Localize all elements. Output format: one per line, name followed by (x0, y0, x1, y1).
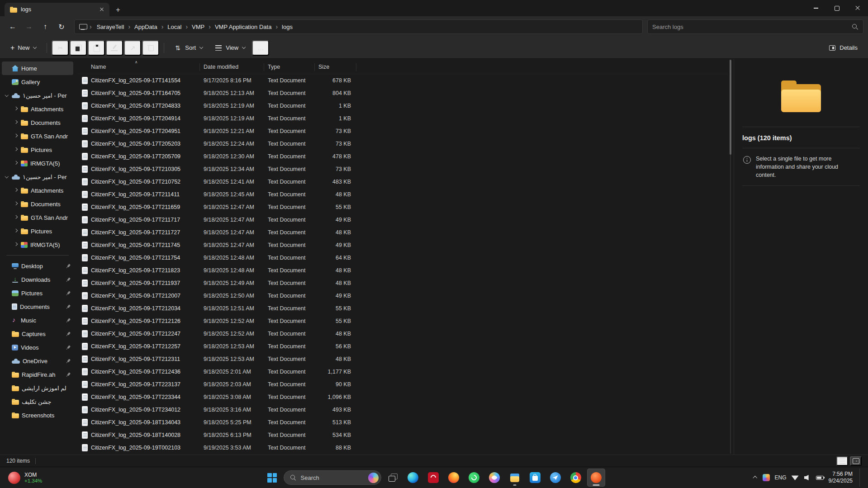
column-header-name[interactable]: Name (78, 63, 200, 71)
file-row[interactable]: CitizenFX_log_2025-09-17T211745 9/18/202… (78, 239, 728, 251)
language-indicator[interactable]: ENG (775, 474, 787, 481)
file-row[interactable]: CitizenFX_log_2025-09-17T205203 9/18/202… (78, 137, 728, 150)
sidebar-item[interactable]: RapidFire.ah (2, 368, 73, 381)
file-row[interactable]: CitizenFX_log_2025-09-17T210305 9/18/202… (78, 163, 728, 175)
cut-button[interactable]: ✂ (52, 40, 69, 56)
file-row[interactable]: CitizenFX_log_2025-09-17T211717 9/18/202… (78, 213, 728, 226)
details-view-toggle-icon[interactable] (850, 456, 862, 466)
sidebar-item[interactable]: Desktop (2, 259, 73, 273)
sidebar-item[interactable]: امیر حسین۱ - Per (2, 89, 73, 102)
rename-button[interactable] (106, 40, 123, 56)
up-button[interactable]: ↑ (37, 19, 53, 34)
view-button[interactable]: View (209, 40, 251, 56)
details-pane-toggle[interactable]: Details (823, 40, 863, 56)
taskbar-app-button[interactable] (485, 469, 503, 487)
chevron-icon[interactable] (14, 120, 18, 125)
explorer-tab[interactable]: logs (5, 3, 109, 16)
taskbar-app-button[interactable] (587, 469, 605, 487)
file-row[interactable]: CitizenFX_log_2025-09-19T002103 9/19/202… (78, 441, 728, 454)
back-button[interactable]: ← (5, 19, 21, 34)
breadcrumb-item[interactable]: AppData (131, 22, 161, 32)
breadcrumb-item[interactable]: VMP Application Data (211, 22, 275, 32)
volume-icon[interactable] (804, 475, 811, 480)
list-view-toggle-icon[interactable] (836, 456, 848, 466)
file-row[interactable]: CitizenFX_log_2025-09-18T134043 9/18/202… (78, 416, 728, 429)
sidebar-item[interactable]: Captures (2, 327, 73, 341)
breadcrumb-item[interactable]: VMP (188, 22, 208, 32)
breadcrumb-item[interactable]: SarayeTell (93, 22, 128, 32)
file-list-scrollbar[interactable] (728, 59, 734, 455)
wifi-icon[interactable] (792, 475, 799, 480)
more-options-button[interactable]: … (252, 40, 269, 56)
sidebar-item[interactable]: IRMGTA(5) (2, 156, 73, 170)
file-row[interactable]: CitizenFX_log_2025-09-17T164705 9/18/202… (78, 87, 728, 99)
file-row[interactable]: CitizenFX_log_2025-09-17T223137 9/18/202… (78, 378, 728, 391)
file-row[interactable]: CitizenFX_log_2025-09-17T223344 9/18/202… (78, 391, 728, 403)
paste-button[interactable] (88, 40, 105, 56)
refresh-button[interactable]: ↻ (53, 19, 70, 34)
scrollbar-thumb[interactable] (730, 60, 731, 155)
file-row[interactable]: CitizenFX_log_2025-09-17T205709 9/18/202… (78, 150, 728, 163)
file-row[interactable]: CitizenFX_log_2025-09-17T211411 9/18/202… (78, 188, 728, 201)
share-button[interactable]: ↗ (124, 40, 141, 56)
sidebar-item[interactable]: Downloads (2, 273, 73, 286)
file-row[interactable]: CitizenFX_log_2025-09-17T141554 9/17/202… (78, 74, 728, 87)
taskbar-app-button[interactable] (506, 469, 524, 487)
chevron-icon[interactable] (14, 242, 18, 247)
sidebar-item[interactable]: Documents (2, 116, 73, 129)
search-box[interactable] (647, 19, 863, 34)
file-row[interactable]: CitizenFX_log_2025-09-17T212436 9/18/202… (78, 365, 728, 378)
sidebar-item[interactable]: GTA San Andr (2, 129, 73, 143)
show-desktop-button[interactable] (859, 469, 862, 487)
taskbar-app-button[interactable] (546, 469, 564, 487)
taskbar-app-button[interactable] (526, 469, 544, 487)
file-row[interactable]: CitizenFX_log_2025-09-17T204951 9/18/202… (78, 125, 728, 137)
sidebar-item[interactable]: امیر حسین۱ - Per (2, 170, 73, 184)
sidebar-item[interactable]: GTA San Andr (2, 211, 73, 224)
file-row[interactable]: CitizenFX_log_2025-09-17T210752 9/18/202… (78, 175, 728, 188)
chevron-icon[interactable] (14, 229, 18, 233)
file-row[interactable]: CitizenFX_log_2025-09-17T204914 9/18/202… (78, 112, 728, 125)
taskbar-app-button[interactable] (424, 469, 442, 487)
address-bar[interactable]: › SarayeTell › AppData › Local › (74, 19, 643, 34)
sidebar-item[interactable]: IRMGTA(5) (2, 238, 73, 251)
taskbar-app-button[interactable] (404, 469, 422, 487)
taskbar-app-button[interactable] (384, 469, 402, 487)
sidebar-item[interactable]: جشن تکلیف (2, 395, 73, 408)
sidebar-item[interactable]: Attachments (2, 184, 73, 197)
file-row[interactable]: CitizenFX_log_2025-09-17T212126 9/18/202… (78, 315, 728, 327)
chevron-icon[interactable] (5, 93, 9, 98)
sidebar-item[interactable]: Documents (2, 300, 73, 313)
file-row[interactable]: CitizenFX_log_2025-09-18T140028 9/18/202… (78, 429, 728, 441)
sidebar-item[interactable]: Music (2, 313, 73, 327)
close-button[interactable] (847, 0, 868, 16)
chevron-icon[interactable] (14, 161, 18, 166)
breadcrumb-item[interactable]: Local (164, 22, 185, 32)
file-row[interactable]: CitizenFX_log_2025-09-17T211727 9/18/202… (78, 226, 728, 239)
column-header-date-modified[interactable]: Date modified (200, 63, 264, 71)
file-row[interactable]: CitizenFX_log_2025-09-17T212257 9/18/202… (78, 340, 728, 353)
copy-button[interactable] (70, 40, 87, 56)
sidebar-item[interactable]: لم اموزش ارایشی (2, 381, 73, 395)
sidebar-item[interactable]: Attachments (2, 102, 73, 116)
chevron-icon[interactable] (14, 202, 18, 206)
start-button[interactable] (263, 469, 281, 487)
sidebar-item[interactable]: Pictures (2, 143, 73, 156)
chevron-icon[interactable] (14, 147, 18, 152)
file-row[interactable]: CitizenFX_log_2025-09-17T211937 9/18/202… (78, 277, 728, 289)
column-header-size[interactable]: Size (315, 63, 356, 71)
sidebar-item[interactable]: Documents (2, 197, 73, 211)
chevron-icon[interactable] (14, 134, 18, 138)
new-button[interactable]: + New (5, 40, 42, 56)
chevron-icon[interactable] (5, 175, 9, 179)
file-row[interactable]: CitizenFX_log_2025-09-17T234012 9/18/202… (78, 403, 728, 416)
maximize-button[interactable] (826, 0, 847, 16)
sidebar-item[interactable]: Screenshots (2, 408, 73, 422)
sidebar-item[interactable]: Home (2, 62, 73, 75)
hidden-icons-chevron[interactable] (753, 475, 758, 480)
chevron-icon[interactable] (14, 188, 18, 193)
chevron-icon[interactable] (14, 215, 18, 220)
widgets-button[interactable]: XOM +1.34% (4, 470, 47, 486)
forward-button[interactable]: → (21, 19, 37, 34)
search-input[interactable] (652, 24, 852, 30)
